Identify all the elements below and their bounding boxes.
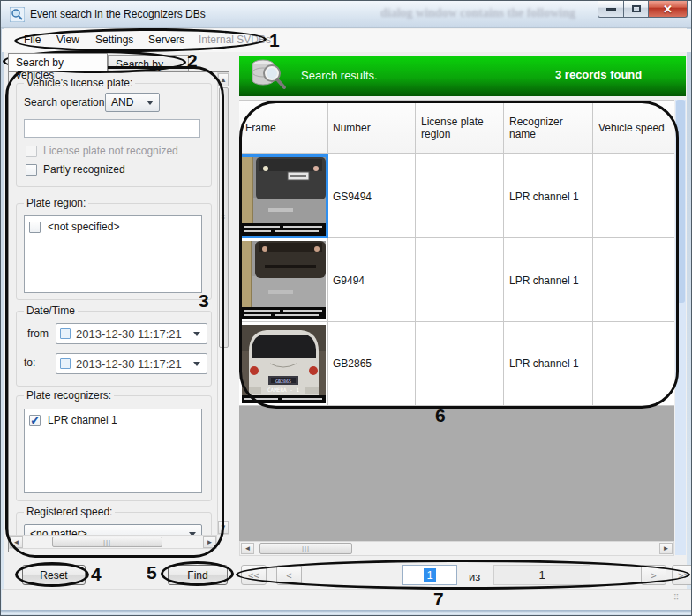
menu-servers[interactable]: Servers <box>148 34 184 46</box>
col-recognizer[interactable]: Recognizer name <box>509 116 580 140</box>
menu-view[interactable]: View <box>56 34 79 46</box>
menu-internal-svdbs: Internal SVDBs <box>199 34 271 46</box>
total-pages-field: 1 <box>493 565 590 585</box>
not-recognized-label: License plate not recognized <box>43 145 178 157</box>
search-operation-select[interactable]: AND <box>105 93 160 112</box>
scroll-up-icon[interactable]: ▲ <box>218 73 229 86</box>
date-from-checkbox[interactable] <box>60 328 71 339</box>
search-icon <box>10 7 25 22</box>
partly-recognized-label: Partly recognized <box>43 163 125 176</box>
not-specified-label: <not specified> <box>48 221 119 233</box>
vehicle-photo[interactable] <box>242 241 326 319</box>
results-vscrollbar[interactable] <box>675 100 686 555</box>
pagination-bar: << < 1 из 1 > >> <box>239 563 687 588</box>
first-page-button[interactable]: << <box>241 565 267 585</box>
results-hscroll-thumb[interactable]: ||| <box>260 543 352 554</box>
window-border-bottom <box>1 610 692 616</box>
license-plate-group: Vehicle's license plate: Search operatio… <box>16 83 212 187</box>
search-form-panel: Vehicle's license plate: Search operatio… <box>8 71 229 552</box>
reset-button[interactable]: Reset <box>22 565 86 585</box>
from-label: from <box>27 327 49 340</box>
chevron-down-icon <box>193 362 200 366</box>
results-table[interactable]: Frame Number License plate region Recogn… <box>239 100 674 405</box>
speed-group-title: Registered speed: <box>24 506 115 518</box>
recognizers-group: Plate recognizers: LPR channel 1 <box>16 395 212 501</box>
scroll-left-icon[interactable]: ◄ <box>10 536 23 548</box>
annotation-label-5: 5 <box>147 562 157 583</box>
datetime-group-title: Date/Time <box>24 304 78 317</box>
close-button[interactable]: ✕ <box>648 1 688 18</box>
cell-number[interactable]: GS9494 <box>333 191 372 203</box>
results-title: Search results. <box>301 69 378 82</box>
database-search-icon <box>248 57 289 94</box>
panel-vscrollbar[interactable]: ▲ ≡ ▼ <box>217 72 229 535</box>
prev-page-button[interactable]: < <box>276 565 302 585</box>
records-found-badge: 3 records found <box>555 68 642 81</box>
last-page-button[interactable]: >> <box>672 565 692 585</box>
plate-region-group: Plate region: <not specified> <box>16 203 212 300</box>
col-number[interactable]: Number <box>333 122 410 134</box>
cell-number[interactable]: GB2865 <box>333 357 372 370</box>
page-number-input[interactable]: 1 <box>402 565 457 585</box>
next-page-button[interactable]: > <box>641 565 666 585</box>
plate-region-group-title: Plate region: <box>24 197 88 209</box>
maximize-button[interactable] <box>623 1 649 18</box>
cell-number[interactable]: G9494 <box>333 274 365 287</box>
svg-text:CAMERA - 1: CAMERA - 1 <box>267 387 300 393</box>
menu-file[interactable]: File <box>24 34 41 46</box>
results-hscrollbar[interactable]: ◄ ||| ► <box>239 541 674 556</box>
window-title: Event search in the Recognizers DBs <box>30 8 206 20</box>
background-ghost-text: dialog window contains the following <box>380 6 575 20</box>
dialog-window: Event search in the Recognizers DBs dial… <box>0 0 692 616</box>
lpr-channel-checkbox[interactable] <box>29 415 41 426</box>
panel-hscrollbar[interactable]: ◄ ||| ► <box>9 535 217 549</box>
date-to-checkbox[interactable] <box>60 358 71 369</box>
date-from-picker[interactable]: 2013-12-30 11:17:21 <box>56 323 207 344</box>
results-vscroll-thumb[interactable] <box>676 100 685 303</box>
svg-text:GB2865: GB2865 <box>275 379 291 384</box>
search-operation-label: Search operation: <box>24 96 108 109</box>
cell-recognizer[interactable]: LPR channel 1 <box>509 357 579 370</box>
col-frame[interactable]: Frame <box>245 122 323 134</box>
date-to-picker[interactable]: 2013-12-30 11:17:21 <box>56 353 207 374</box>
date-from-value: 2013-12-30 11:17:21 <box>76 327 182 341</box>
tab-search-by-vehicles[interactable]: Search by vehicles <box>8 53 108 71</box>
recognizers-list[interactable]: LPR channel 1 <box>24 409 202 493</box>
plate-region-list[interactable]: <not specified> <box>24 215 202 293</box>
col-speed[interactable]: Vehicle speed <box>598 122 673 134</box>
cell-recognizer[interactable]: LPR channel 1 <box>509 274 579 287</box>
panel-vscroll-thumb[interactable]: ≡ <box>219 87 229 348</box>
menu-settings[interactable]: Settings <box>95 34 133 46</box>
results-empty-area <box>239 406 674 541</box>
of-label: из <box>469 570 480 583</box>
minimize-icon <box>606 8 616 11</box>
not-recognized-checkbox <box>26 146 37 157</box>
vehicle-photo[interactable]: GB2865 CAMERA - 1 <box>242 325 326 403</box>
license-plate-input[interactable] <box>24 119 200 138</box>
minimize-button[interactable] <box>598 1 624 18</box>
not-specified-checkbox[interactable] <box>29 222 41 233</box>
to-label: to: <box>24 357 35 369</box>
tab-search-by-alarms[interactable]: Search by alarms <box>108 55 189 71</box>
col-region[interactable]: License plate region <box>421 116 496 140</box>
annotation-label-4: 4 <box>91 564 102 585</box>
scroll-right-icon[interactable]: ► <box>659 543 673 554</box>
lpr-channel-label: LPR channel 1 <box>48 414 117 426</box>
close-icon: ✕ <box>663 3 673 16</box>
panel-hscroll-thumb[interactable]: ||| <box>52 537 162 547</box>
vehicle-photo[interactable] <box>242 157 326 236</box>
partly-recognized-checkbox[interactable] <box>26 164 37 176</box>
window-border-left <box>1 28 4 612</box>
page-number-value: 1 <box>424 568 435 582</box>
scroll-right-icon[interactable]: ► <box>203 536 216 548</box>
recognizers-group-title: Plate recognizers: <box>24 389 114 402</box>
find-button[interactable]: Find <box>168 565 228 585</box>
resize-grip[interactable]: ⠿ <box>673 596 686 608</box>
scroll-left-icon[interactable]: ◄ <box>241 543 254 554</box>
title-bar[interactable]: Event search in the Recognizers DBs dial… <box>1 1 692 28</box>
window-border-right <box>687 28 692 612</box>
scroll-down-icon[interactable]: ▼ <box>218 521 229 534</box>
results-header: Search results. 3 records found <box>239 56 686 96</box>
search-operation-value: AND <box>111 96 133 109</box>
cell-recognizer[interactable]: LPR channel 1 <box>509 191 579 203</box>
